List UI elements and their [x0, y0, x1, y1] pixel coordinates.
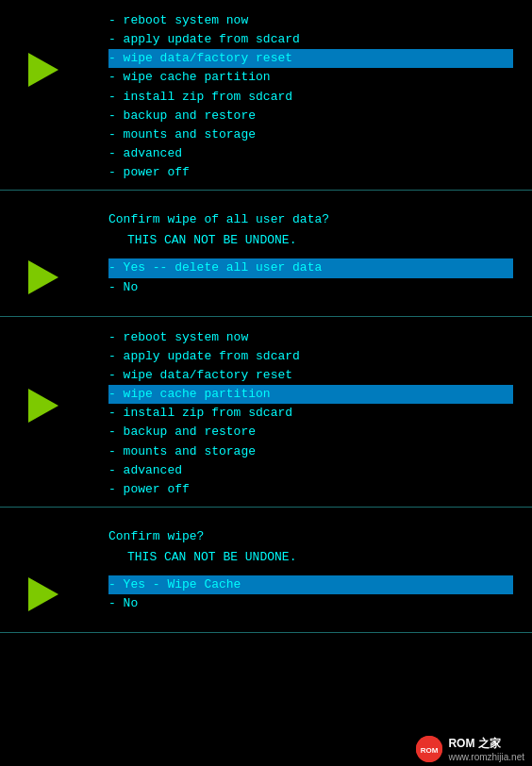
- menu-item[interactable]: - power off: [108, 163, 513, 182]
- menu-item[interactable]: - No: [108, 594, 513, 613]
- watermark-brand: ROM 之家 www.romzhijia.net: [448, 736, 524, 762]
- menu-item[interactable]: - apply update from sdcard: [108, 30, 513, 49]
- watermark-brand-text: ROM 之家: [448, 736, 524, 752]
- menu-item[interactable]: - wipe cache partition: [108, 68, 513, 87]
- panel4: Confirm wipe? THIS CAN NOT BE UNDONE. - …: [0, 508, 532, 633]
- panel2-confirm-line1: Confirm wipe of all user data?: [108, 209, 532, 230]
- menu-item[interactable]: - Yes -- delete all user data: [108, 258, 513, 277]
- panel2: Confirm wipe of all user data? THIS CAN …: [0, 191, 532, 316]
- panel4-confirm-line2: THIS CAN NOT BE UNDONE.: [108, 547, 532, 568]
- arrow-icon: [28, 389, 58, 423]
- menu-item[interactable]: - Yes - Wipe Cache: [108, 575, 513, 594]
- panel4-confirm: Confirm wipe? THIS CAN NOT BE UNDONE.: [0, 526, 532, 568]
- menu-item[interactable]: - reboot system now: [108, 11, 513, 30]
- svg-text:ROM: ROM: [421, 746, 439, 755]
- menu-item[interactable]: - advanced: [108, 144, 513, 163]
- panel1-menu: - reboot system now- apply update from s…: [0, 11, 532, 182]
- panel2-arrow: [28, 260, 58, 294]
- menu-item[interactable]: - reboot system now: [108, 328, 513, 347]
- panel1-items: - reboot system now- apply update from s…: [0, 11, 532, 182]
- panel3-menu: - reboot system now- apply update from s…: [0, 328, 532, 499]
- menu-item[interactable]: - backup and restore: [108, 107, 513, 125]
- panel1: - reboot system now- apply update from s…: [0, 0, 532, 191]
- menu-item[interactable]: - mounts and storage: [108, 125, 513, 144]
- panel4-arrow: [28, 577, 58, 611]
- menu-item[interactable]: - No: [108, 278, 513, 297]
- panel4-confirm-line1: Confirm wipe?: [108, 526, 532, 547]
- menu-item[interactable]: - advanced: [108, 461, 513, 480]
- arrow-icon: [28, 577, 58, 611]
- menu-item[interactable]: - install zip from sdcard: [108, 404, 513, 423]
- watermark-logo-icon: ROM: [416, 736, 442, 762]
- menu-item[interactable]: - install zip from sdcard: [108, 88, 513, 107]
- panel4-items: - Yes - Wipe Cache- No: [0, 575, 532, 613]
- menu-item[interactable]: - apply update from sdcard: [108, 347, 513, 366]
- arrow-icon: [28, 260, 58, 294]
- watermark: ROM ROM 之家 www.romzhijia.net: [408, 732, 532, 766]
- menu-item[interactable]: - mounts and storage: [108, 442, 513, 461]
- panel2-items: - Yes -- delete all user data- No: [0, 258, 532, 296]
- panel1-arrow: [28, 53, 58, 87]
- menu-item[interactable]: - power off: [108, 480, 513, 499]
- panel3-items: - reboot system now- apply update from s…: [0, 328, 532, 499]
- menu-item[interactable]: - wipe data/factory reset: [108, 366, 513, 385]
- panel3-arrow: [28, 389, 58, 423]
- panel2-confirm-line2: THIS CAN NOT BE UNDONE.: [108, 230, 532, 251]
- watermark-url-text: www.romzhijia.net: [448, 752, 524, 762]
- menu-item[interactable]: - backup and restore: [108, 423, 513, 441]
- menu-item[interactable]: - wipe cache partition: [108, 385, 513, 404]
- watermark-icon: ROM: [416, 736, 442, 762]
- panel2-confirm: Confirm wipe of all user data? THIS CAN …: [0, 209, 532, 251]
- arrow-icon: [28, 53, 58, 87]
- panel3: - reboot system now- apply update from s…: [0, 317, 532, 508]
- menu-item[interactable]: - wipe data/factory reset: [108, 49, 513, 68]
